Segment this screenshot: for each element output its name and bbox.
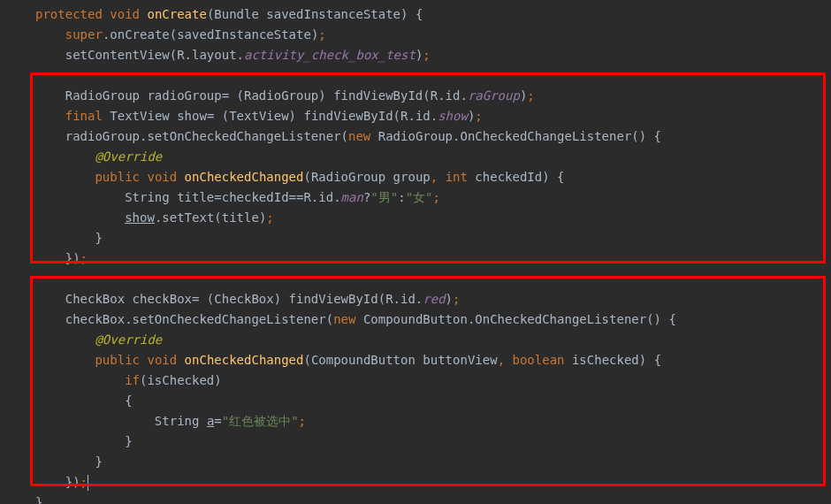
code-line: { — [35, 391, 831, 411]
text-cursor — [88, 475, 88, 491]
code-line: } — [35, 431, 831, 452]
code-line: } — [35, 493, 831, 504]
code-line: @Override — [35, 330, 831, 350]
code-line: String title=checkedId==R.id.man?"男":"女"… — [35, 187, 831, 208]
code-line: }); — [35, 472, 831, 493]
code-line: CheckBox checkBox= (CheckBox) findViewBy… — [35, 289, 831, 309]
code-line: checkBox.setOnCheckedChangeListener(new … — [35, 309, 831, 330]
code-line: if(isChecked) — [35, 370, 831, 391]
code-line — [35, 269, 831, 289]
code-line: @Override — [35, 147, 831, 167]
code-line: public void onCheckedChanged(CompoundBut… — [35, 350, 831, 370]
code-line: String a="红色被选中"; — [35, 411, 831, 431]
code-line: } — [35, 228, 831, 248]
code-line: super.onCreate(savedInstanceState); — [35, 25, 831, 45]
code-line: radioGroup.setOnCheckedChangeListener(ne… — [35, 126, 831, 147]
code-editor[interactable]: protected void onCreate(Bundle savedInst… — [0, 0, 831, 504]
code-line: public void onCheckedChanged(RadioGroup … — [35, 167, 831, 187]
code-line: final TextView show= (TextView) findView… — [35, 106, 831, 126]
code-line: setContentView(R.layout.activity_check_b… — [35, 45, 831, 65]
code-line: show.setText(title); — [35, 208, 831, 228]
code-line: protected void onCreate(Bundle savedInst… — [35, 4, 831, 25]
code-line: }); — [35, 248, 831, 269]
code-line: } — [35, 452, 831, 472]
code-line: RadioGroup radioGroup= (RadioGroup) find… — [35, 86, 831, 106]
code-line — [35, 65, 831, 86]
